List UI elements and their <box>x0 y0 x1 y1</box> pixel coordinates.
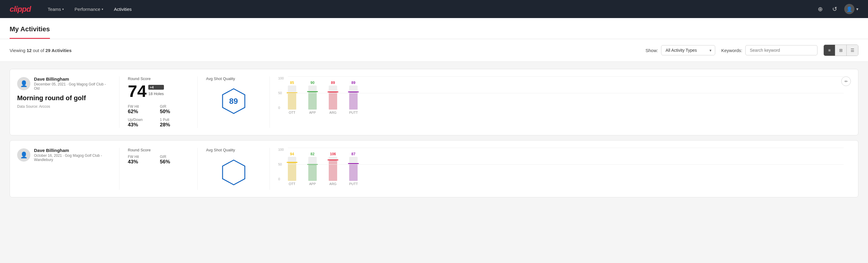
chart-bars-0: 100 50 0 85 90 <box>278 77 844 110</box>
show-filter-group: Show: All Activity Types <box>645 45 715 55</box>
main-content: 👤 Dave Billingham December 05, 2021 · Go… <box>0 62 868 205</box>
avatar-1: 👤 <box>17 148 30 162</box>
card-chart-1: 100 50 0 94 82 <box>270 148 851 190</box>
avg-shot-quality-label-1: Avg Shot Quality <box>206 148 235 152</box>
user-details-0: Dave Billingham December 05, 2021 · Gog … <box>34 77 112 91</box>
refresh-icon[interactable]: ↺ <box>830 4 839 14</box>
view-toggle-grid[interactable]: ⊞ <box>835 45 847 56</box>
add-icon[interactable]: ⊕ <box>815 4 825 14</box>
nav-right: ⊕ ↺ 👤 ▾ <box>815 4 858 14</box>
user-name-0: Dave Billingham <box>34 77 112 82</box>
hexagon-score-0: 89 <box>229 96 238 106</box>
page-title: My Activities <box>10 18 50 39</box>
bar-arg-1: 106 <box>329 152 337 181</box>
chart-labels-0: OTT APP ARG PUTT <box>278 111 844 114</box>
y-axis-0: 100 50 0 <box>278 77 284 110</box>
bar-ott-0: 85 <box>288 81 296 110</box>
user-info-0: 👤 Dave Billingham December 05, 2021 · Go… <box>17 77 112 91</box>
user-details-1: Dave Billingham October 16, 2021 · Gog M… <box>34 148 112 162</box>
chart-area-0: 100 50 0 85 90 <box>278 77 844 119</box>
keywords-filter-group: Keywords: <box>721 45 817 55</box>
activity-card-1: 👤 Dave Billingham October 16, 2021 · Gog… <box>10 140 858 197</box>
nav-performance[interactable]: Performance ▾ <box>70 4 108 14</box>
card-stats-0: Round Score 74 +4 18 Holes FW Hit 62% GI… <box>119 77 197 128</box>
user-chevron-icon: ▾ <box>856 7 858 11</box>
nav-links: Teams ▾ Performance ▾ Activities <box>43 4 815 14</box>
y-axis-1: 100 50 0 <box>278 148 284 181</box>
nav-teams[interactable]: Teams ▾ <box>43 4 69 14</box>
viewing-text: Viewing 12 out of 29 Activities <box>10 48 640 53</box>
gir-1: GIR 56% <box>160 155 189 165</box>
card-left-1: 👤 Dave Billingham October 16, 2021 · Gog… <box>17 148 119 190</box>
avatar-0: 👤 <box>17 77 30 90</box>
card-quality-0: Avg Shot Quality 89 <box>197 77 270 128</box>
view-toggle-dense[interactable]: ≡ <box>824 45 835 56</box>
nav-activities[interactable]: Activities <box>109 4 136 14</box>
chart-bars-1: 100 50 0 94 82 <box>278 148 844 181</box>
filter-bar: Viewing 12 out of 29 Activities Show: Al… <box>0 39 868 62</box>
activity-type-select[interactable]: All Activity Types <box>661 45 715 55</box>
avatar: 👤 <box>844 4 855 14</box>
navbar: clippd Teams ▾ Performance ▾ Activities … <box>0 0 868 18</box>
fw-hit-1: FW Hit 43% <box>128 155 157 165</box>
bar-ott-1: 94 <box>288 152 296 181</box>
score-number-0: 74 <box>128 83 147 99</box>
card-stats-1: Round Score FW Hit 43% GIR 56% <box>119 148 197 190</box>
logo[interactable]: clippd <box>10 4 31 14</box>
chart-labels-1: OTT APP ARG PUTT <box>278 182 844 186</box>
score-badge-0: +4 <box>148 85 164 90</box>
bar-putt-0: 89 <box>349 81 358 110</box>
round-score-label-1: Round Score <box>128 148 189 152</box>
card-chart-0: ✏ 100 50 0 85 <box>270 77 851 128</box>
user-name-1: Dave Billingham <box>34 148 112 153</box>
hexagon-container-1 <box>206 159 261 186</box>
chart-area-1: 100 50 0 94 82 <box>278 148 844 190</box>
score-holes-0: 18 Holes <box>148 91 164 96</box>
round-score-label-0: Round Score <box>128 77 189 81</box>
gir-0: GIR 50% <box>160 105 189 115</box>
card-left-0: 👤 Dave Billingham December 05, 2021 · Go… <box>17 77 119 128</box>
activity-type-select-wrapper[interactable]: All Activity Types <box>661 45 715 55</box>
user-date-1: October 16, 2021 · Gog Magog Golf Club -… <box>34 153 112 162</box>
bar-putt-1: 87 <box>349 152 358 181</box>
round-score-value-0: 74 +4 18 Holes <box>128 83 189 99</box>
card-quality-1: Avg Shot Quality <box>197 148 270 190</box>
keywords-input[interactable] <box>745 45 817 55</box>
activity-title-0: Morning round of golf <box>17 94 112 102</box>
data-source-0: Data Source: Arccos <box>17 105 112 109</box>
keywords-label: Keywords: <box>721 48 742 53</box>
hexagon-container-0: 89 <box>206 88 261 115</box>
hexagon-0: 89 <box>220 88 247 115</box>
score-details-1: FW Hit 43% GIR 56% <box>128 155 189 165</box>
page-header: My Activities <box>0 18 868 39</box>
up-down-0: Up/Down 43% <box>128 118 157 128</box>
view-toggles: ≡ ⊞ ☰ <box>824 45 858 56</box>
view-toggle-expanded[interactable]: ☰ <box>847 45 858 56</box>
hexagon-1 <box>220 159 247 186</box>
user-date-0: December 05, 2021 · Gog Magog Golf Club … <box>34 82 112 91</box>
avg-shot-quality-label-0: Avg Shot Quality <box>206 77 235 81</box>
fw-hit-0: FW Hit 62% <box>128 105 157 115</box>
activity-card-0: 👤 Dave Billingham December 05, 2021 · Go… <box>10 69 858 136</box>
bar-app-0: 90 <box>308 81 317 110</box>
performance-chevron-icon: ▾ <box>102 7 103 11</box>
user-info-1: 👤 Dave Billingham October 16, 2021 · Gog… <box>17 148 112 162</box>
score-details-0: FW Hit 62% GIR 50% Up/Down 43% 1 Putt 28… <box>128 105 189 128</box>
teams-chevron-icon: ▾ <box>62 7 64 11</box>
show-label: Show: <box>645 48 658 53</box>
bar-app-1: 82 <box>308 152 317 181</box>
svg-marker-1 <box>223 160 245 185</box>
user-menu-button[interactable]: 👤 ▾ <box>844 4 858 14</box>
bar-arg-0: 89 <box>329 81 337 110</box>
one-putt-0: 1 Putt 28% <box>160 118 189 128</box>
